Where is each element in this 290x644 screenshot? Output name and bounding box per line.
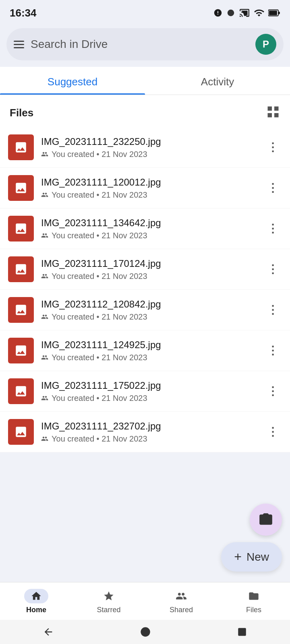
- file-thumbnail: [8, 338, 34, 363]
- nav-starred[interactable]: Starred: [72, 582, 145, 620]
- more-options-button[interactable]: ⋮: [264, 342, 282, 359]
- more-options-button[interactable]: ⋮: [264, 179, 282, 197]
- file-info: IMG_20231111_124925.jpg You created • 21…: [41, 339, 257, 362]
- file-item[interactable]: IMG_20231111_134642.jpg You created • 21…: [0, 208, 290, 249]
- file-name: IMG_20231111_232702.jpg: [41, 421, 257, 432]
- file-item[interactable]: IMG_20231112_120842.jpg You created • 21…: [0, 290, 290, 330]
- status-bar: 16:34: [0, 0, 290, 24]
- star-icon: [103, 590, 114, 602]
- file-name: IMG_20231111_120012.jpg: [41, 177, 257, 188]
- file-item[interactable]: IMG_20231111_175022.jpg You created • 21…: [0, 371, 290, 412]
- file-thumbnail: [8, 175, 34, 201]
- cast-icon: [239, 8, 250, 18]
- file-thumbnail: [8, 378, 34, 404]
- more-options-button[interactable]: ⋮: [264, 138, 282, 156]
- alert-icon: [213, 8, 222, 17]
- more-options-button[interactable]: ⋮: [264, 382, 282, 400]
- home-button[interactable]: [140, 626, 151, 638]
- grid-view-icon[interactable]: [266, 105, 280, 121]
- file-item[interactable]: IMG_20231111_232702.jpg You created • 21…: [0, 412, 290, 452]
- file-name: IMG_20231111_175022.jpg: [41, 380, 257, 391]
- tab-activity[interactable]: Activity: [145, 67, 290, 95]
- file-meta: You created • 21 Nov 2023: [41, 272, 257, 281]
- battery-icon: [268, 8, 280, 17]
- file-thumbnail: [8, 297, 34, 323]
- file-item[interactable]: IMG_20231111_120012.jpg You created • 21…: [0, 168, 290, 208]
- home-icon-wrap: [24, 589, 48, 603]
- nav-home-label: Home: [26, 606, 46, 614]
- status-time: 16:34: [10, 7, 37, 19]
- file-info: IMG_20231111_170124.jpg You created • 21…: [41, 258, 257, 281]
- files-label: Files: [10, 107, 33, 119]
- star-icon-wrap: [97, 589, 121, 603]
- files-icon-wrap: [242, 589, 266, 603]
- file-item[interactable]: IMG_20231111_232250.jpg You created • 21…: [0, 127, 290, 168]
- svg-rect-5: [238, 628, 246, 636]
- file-name: IMG_20231111_134642.jpg: [41, 217, 257, 229]
- search-bar[interactable]: Search in Drive P: [6, 28, 284, 60]
- more-options-button[interactable]: ⋮: [264, 423, 282, 441]
- file-thumbnail: [8, 216, 34, 242]
- search-bar-container: Search in Drive P: [0, 24, 290, 67]
- back-button[interactable]: [43, 626, 54, 638]
- avatar[interactable]: P: [255, 34, 276, 55]
- nav-starred-label: Starred: [97, 606, 120, 614]
- plus-icon: +: [234, 549, 242, 564]
- files-header: Files: [0, 95, 290, 127]
- svg-rect-3: [278, 12, 280, 14]
- file-thumbnail: [8, 134, 34, 160]
- file-info: IMG_20231112_120842.jpg You created • 21…: [41, 299, 257, 322]
- nav-files-label: Files: [246, 606, 261, 614]
- circle-icon: [226, 8, 235, 17]
- nav-shared[interactable]: Shared: [145, 582, 218, 620]
- fab-area: + New: [221, 504, 282, 572]
- status-icons: [213, 8, 280, 18]
- file-name: IMG_20231112_120842.jpg: [41, 299, 257, 310]
- more-options-button[interactable]: ⋮: [264, 301, 282, 319]
- wifi-icon: [254, 8, 264, 18]
- shared-icon-wrap: [169, 589, 193, 603]
- files-icon: [248, 590, 259, 602]
- more-options-button[interactable]: ⋮: [264, 220, 282, 237]
- more-options-button[interactable]: ⋮: [264, 260, 282, 278]
- file-name: IMG_20231111_232250.jpg: [41, 136, 257, 147]
- hamburger-menu-icon[interactable]: [14, 41, 24, 48]
- nav-home[interactable]: Home: [0, 582, 72, 620]
- svg-rect-2: [269, 10, 277, 15]
- home-icon: [31, 590, 42, 602]
- svg-point-0: [228, 10, 234, 17]
- bottom-nav: Home Starred Shared Files: [0, 582, 290, 620]
- file-meta: You created • 21 Nov 2023: [41, 434, 257, 444]
- files-section: Files IMG_20231111_232250.jpg You create…: [0, 95, 290, 452]
- file-name: IMG_20231111_124925.jpg: [41, 339, 257, 351]
- tabs-container: Suggested Activity: [0, 67, 290, 95]
- nav-shared-label: Shared: [170, 606, 193, 614]
- file-name: IMG_20231111_170124.jpg: [41, 258, 257, 269]
- file-info: IMG_20231111_232702.jpg You created • 21…: [41, 421, 257, 444]
- file-meta: You created • 21 Nov 2023: [41, 353, 257, 362]
- file-meta: You created • 21 Nov 2023: [41, 150, 257, 159]
- fab-new-button[interactable]: + New: [221, 542, 282, 572]
- fab-new-label: New: [246, 551, 269, 564]
- system-nav: [0, 620, 290, 644]
- tab-suggested[interactable]: Suggested: [0, 67, 145, 95]
- recents-button[interactable]: [237, 627, 247, 637]
- file-item[interactable]: IMG_20231111_170124.jpg You created • 21…: [0, 249, 290, 290]
- file-info: IMG_20231111_175022.jpg You created • 21…: [41, 380, 257, 403]
- search-placeholder: Search in Drive: [31, 38, 249, 51]
- file-meta: You created • 21 Nov 2023: [41, 312, 257, 322]
- file-thumbnail: [8, 256, 34, 282]
- file-item[interactable]: IMG_20231111_124925.jpg You created • 21…: [0, 330, 290, 371]
- file-thumbnail: [8, 419, 34, 445]
- file-meta: You created • 21 Nov 2023: [41, 394, 257, 403]
- file-info: IMG_20231111_232250.jpg You created • 21…: [41, 136, 257, 159]
- nav-files[interactable]: Files: [218, 582, 290, 620]
- shared-icon: [176, 590, 187, 602]
- file-meta: You created • 21 Nov 2023: [41, 231, 257, 240]
- file-list: IMG_20231111_232250.jpg You created • 21…: [0, 127, 290, 452]
- file-info: IMG_20231111_120012.jpg You created • 21…: [41, 177, 257, 200]
- file-info: IMG_20231111_134642.jpg You created • 21…: [41, 217, 257, 240]
- fab-camera-button[interactable]: [250, 504, 282, 536]
- svg-point-4: [141, 627, 150, 636]
- file-meta: You created • 21 Nov 2023: [41, 190, 257, 200]
